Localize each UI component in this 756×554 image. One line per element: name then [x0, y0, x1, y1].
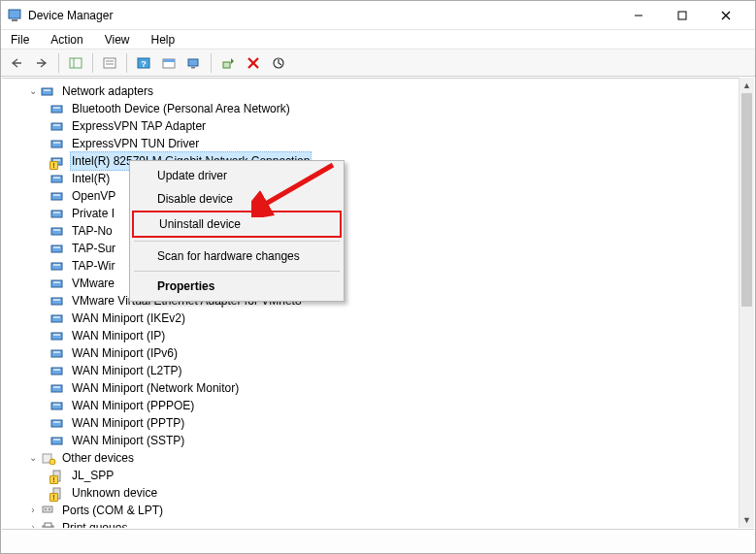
svg-rect-62: [53, 439, 60, 440]
device-item[interactable]: TAP-Sur: [8, 240, 739, 257]
category-label: Network adapters: [60, 82, 155, 100]
svg-rect-0: [9, 10, 20, 18]
device-label: WAN Miniport (IP): [70, 327, 167, 344]
device-item[interactable]: WAN Miniport (IPv6): [8, 344, 739, 362]
device-item[interactable]: TAP-Wir: [8, 257, 739, 275]
uninstall-device-button[interactable]: [242, 52, 265, 74]
expand-collapse-icon[interactable]: ›: [25, 519, 41, 528]
svg-rect-40: [53, 246, 60, 248]
device-item[interactable]: Private I: [8, 205, 739, 222]
svg-point-64: [49, 459, 55, 465]
category-print-queues[interactable]: › Print queues: [8, 519, 739, 528]
device-item[interactable]: WAN Miniport (PPTP): [8, 414, 739, 432]
device-label: VMware: [70, 275, 116, 292]
device-item[interactable]: WAN Miniport (IP): [8, 327, 739, 344]
device-item[interactable]: ExpressVPN TUN Driver: [8, 135, 739, 152]
expand-collapse-icon[interactable]: ›: [25, 502, 41, 519]
network-adapter-icon: [50, 363, 66, 378]
device-label: WAN Miniport (L2TP): [70, 362, 184, 379]
device-item[interactable]: Intel(R): [8, 170, 739, 187]
device-item[interactable]: ExpressVPN TAP Adapter: [8, 117, 739, 135]
device-item[interactable]: !Unknown device: [8, 484, 739, 502]
device-item[interactable]: WAN Miniport (SSTP): [8, 432, 739, 449]
footer-strip: [2, 529, 754, 552]
device-item[interactable]: WAN Miniport (L2TP): [8, 362, 739, 379]
svg-rect-22: [44, 89, 50, 91]
network-adapter-icon: [50, 101, 66, 116]
menu-help[interactable]: Help: [148, 32, 180, 48]
expand-collapse-icon[interactable]: ⌄: [25, 449, 41, 467]
svg-rect-52: [53, 351, 60, 353]
network-adapter-icon: [50, 241, 66, 256]
network-adapter-icon: [50, 310, 66, 326]
device-item[interactable]: VMware: [8, 275, 739, 292]
back-button[interactable]: [5, 52, 28, 74]
menubar: File Action View Help: [1, 30, 755, 49]
help-button[interactable]: ?: [132, 52, 155, 74]
device-label: ExpressVPN TUN Driver: [70, 135, 201, 152]
vertical-scrollbar[interactable]: ▲ ▼: [739, 78, 754, 528]
network-adapter-icon: [50, 258, 66, 274]
ctx-update-driver[interactable]: Update driver: [132, 164, 342, 187]
device-item[interactable]: WAN Miniport (PPPOE): [8, 397, 739, 414]
expand-collapse-icon[interactable]: ⌄: [25, 82, 41, 100]
menu-file[interactable]: File: [7, 32, 33, 48]
svg-point-70: [45, 508, 47, 510]
properties-button[interactable]: [98, 52, 121, 74]
device-item[interactable]: !JL_SPP: [8, 467, 739, 484]
category-ports[interactable]: › Ports (COM & LPT): [8, 502, 739, 519]
network-adapter-icon: [50, 293, 66, 309]
ctx-disable-device[interactable]: Disable device: [132, 187, 342, 211]
device-item[interactable]: WAN Miniport (IKEv2): [8, 310, 739, 327]
device-label: Private I: [70, 205, 116, 222]
device-label: Intel(R): [70, 170, 112, 187]
scroll-up-button[interactable]: ▲: [740, 78, 754, 93]
svg-rect-26: [53, 124, 60, 126]
svg-rect-34: [53, 194, 60, 196]
scrollbar-thumb[interactable]: [741, 93, 752, 307]
svg-rect-16: [191, 67, 195, 69]
ctx-separator: [134, 271, 340, 272]
device-item[interactable]: Bluetooth Device (Personal Area Network): [8, 100, 739, 117]
svg-rect-69: [43, 506, 52, 512]
device-label: WAN Miniport (PPPOE): [70, 397, 196, 414]
print-queues-category-icon: [41, 520, 56, 528]
svg-point-71: [49, 508, 50, 510]
scan-hardware-button[interactable]: [182, 52, 206, 74]
close-button[interactable]: [704, 2, 747, 29]
scroll-down-button[interactable]: ▼: [740, 512, 754, 528]
device-label: ExpressVPN TAP Adapter: [70, 117, 208, 135]
ctx-scan-hardware[interactable]: Scan for hardware changes: [132, 244, 342, 268]
device-tree[interactable]: ⌄ Network adapters Bluetooth Device (Per…: [2, 79, 739, 528]
svg-rect-56: [53, 386, 60, 388]
category-label: Print queues: [60, 519, 129, 528]
svg-rect-42: [53, 264, 60, 266]
maximize-button[interactable]: [660, 2, 704, 29]
device-label: WAN Miniport (IPv6): [70, 344, 180, 362]
update-driver-button[interactable]: [216, 52, 240, 74]
device-item[interactable]: TAP-No: [8, 222, 739, 240]
device-label: TAP-Sur: [70, 240, 117, 257]
minimize-button[interactable]: [616, 2, 660, 29]
device-item[interactable]: OpenVP: [8, 187, 739, 205]
calendar-icon[interactable]: [157, 52, 181, 74]
device-item[interactable]: WAN Miniport (Network Monitor): [8, 379, 739, 397]
network-adapter-icon: [50, 188, 66, 204]
forward-button[interactable]: [30, 52, 53, 74]
category-other-devices[interactable]: ⌄ Other devices: [8, 449, 739, 467]
disable-device-button[interactable]: [267, 52, 290, 74]
menu-action[interactable]: Action: [47, 32, 86, 48]
ctx-uninstall-device[interactable]: Uninstall device: [132, 211, 342, 238]
app-icon: [7, 8, 22, 23]
toolbar: ?: [1, 49, 755, 77]
device-item[interactable]: !Intel(R) 82579LM Gigabit Network Connec…: [8, 152, 739, 170]
ctx-properties[interactable]: Properties: [132, 275, 342, 298]
show-hide-console-tree-button[interactable]: [64, 52, 87, 74]
menu-view[interactable]: View: [101, 32, 134, 48]
toolbar-separator: [92, 53, 93, 73]
svg-rect-28: [53, 142, 60, 144]
network-adapter-icon: [50, 328, 66, 343]
device-label: WAN Miniport (IKEv2): [70, 310, 187, 327]
device-item[interactable]: VMware Virtual Ethernet Adapter for VMne…: [8, 292, 739, 310]
category-network-adapters[interactable]: ⌄ Network adapters: [8, 82, 739, 100]
